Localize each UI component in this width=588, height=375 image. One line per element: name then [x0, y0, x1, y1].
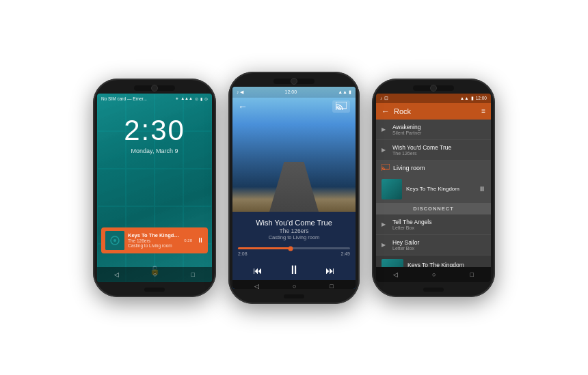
lockscreen-status-bar: No SIM card — Emer... ⎈ ▲▲▲ ⊙ ▮ ⊙ — [97, 94, 212, 102]
playlist-home-nav[interactable]: ○ — [432, 271, 436, 278]
account-icon: ⊙ — [204, 96, 208, 101]
prev-button[interactable]: ⏮ — [253, 265, 263, 276]
notif-song-title: Keys To The Kingdom — [128, 232, 181, 238]
progress-dot — [289, 246, 293, 251]
player-screen: ♪ ◀ 12:00 ▲▲ ▮ ← — [232, 87, 356, 289]
notif-pause-button[interactable]: ⏸ — [197, 236, 204, 244]
playlist-screen: ♪ ⊡ ▲▲ ▮ 12:00 ← Rock ≡ — [376, 94, 491, 282]
player-time: 12:00 — [285, 89, 297, 94]
cast-popup: Living room Keys To The Kingdom ⏸ DISCON… — [376, 161, 491, 214]
playlist-back-button[interactable]: ← — [382, 107, 390, 116]
lockscreen: No SIM card — Emer... ⎈ ▲▲▲ ⊙ ▮ ⊙ 2:30 M… — [97, 94, 212, 282]
player-header: ← — [232, 98, 356, 115]
song-title-3: Tell The Angels — [392, 219, 485, 225]
player-artist: The 126ers — [238, 227, 350, 234]
song-title-2: Wish You'd Come True — [392, 144, 485, 151]
cast-header: Living room — [376, 161, 491, 176]
currently-playing-item[interactable]: Keys To The Kingdom The 126ers Casting t… — [376, 255, 491, 267]
pause-button[interactable]: ⏸ — [288, 263, 300, 277]
cp-title: Keys To The Kingdom — [407, 262, 475, 267]
cast-pause-button[interactable]: ⏸ — [479, 185, 485, 193]
current-time: 2:08 — [238, 251, 248, 256]
list-item[interactable]: ▶ Tell The Angels Letter Box — [376, 214, 491, 235]
next-button[interactable]: ⏭ — [325, 265, 335, 276]
battery-icon3: ▮ — [471, 96, 474, 101]
notif-info: Keys To The Kingdom The 126ers Casting t… — [128, 232, 181, 248]
cast-device-icon — [382, 164, 390, 172]
phone2-top-notch — [273, 79, 315, 84]
status-icons: ⎈ ▲▲▲ ⊙ ▮ ⊙ — [176, 96, 208, 101]
clock3: 12:00 — [476, 96, 487, 100]
bluetooth-icon: ⎈ — [176, 96, 178, 100]
total-time: 2:49 — [340, 251, 350, 256]
date: Monday, March 9 — [97, 148, 212, 154]
player-progress[interactable]: 2:08 2:49 — [232, 245, 356, 259]
list-item[interactable]: ▶ Awakening Silent Partner — [376, 120, 491, 140]
home-icon[interactable]: ○ — [153, 271, 157, 278]
cp-album-art — [382, 259, 403, 267]
phone-lockscreen: No SIM card — Emer... ⎈ ▲▲▲ ⊙ ▮ ⊙ 2:30 M… — [93, 79, 216, 297]
player-back-nav[interactable]: ◁ — [254, 283, 259, 288]
progress-fill — [238, 247, 291, 249]
signal-icon2: ▲▲ — [338, 89, 347, 94]
play-icon-2: ▶ — [382, 147, 388, 153]
playlist-view: ♪ ⊡ ▲▲ ▮ 12:00 ← Rock ≡ — [376, 94, 491, 282]
music-notification[interactable]: Keys To The Kingdom The 126ers Casting t… — [101, 227, 208, 253]
notif-casting: Casting to Living room — [128, 243, 181, 248]
sim-status: No SIM card — Emer... — [101, 96, 147, 101]
cp-song-info: Keys To The Kingdom The 126ers Casting t… — [407, 262, 475, 267]
genre-title: Rock — [394, 107, 477, 115]
back-icon[interactable]: ◁ — [114, 271, 119, 278]
progress-times: 2:08 2:49 — [238, 251, 350, 256]
playlist-menu-icon[interactable]: ≡ — [481, 107, 485, 115]
signal-icon: ▲▲▲ — [181, 96, 193, 100]
lockscreen-screen: No SIM card — Emer... ⎈ ▲▲▲ ⊙ ▮ ⊙ 2:30 M… — [97, 94, 212, 282]
svg-point-2 — [113, 239, 116, 242]
playlist-nav-bar: ◁ ○ □ — [376, 267, 491, 282]
player-hero-image: ♪ ◀ 12:00 ▲▲ ▮ ← — [232, 87, 356, 212]
item-info-3: Tell The Angels Letter Box — [392, 219, 485, 230]
phone2-bottom-bar — [284, 294, 304, 298]
player-info: Wish You'd Come True The 126ers Casting … — [232, 212, 356, 245]
player-back-button[interactable]: ← — [238, 101, 248, 112]
player-recents-nav[interactable]: □ — [330, 283, 333, 288]
progress-bar[interactable] — [238, 247, 350, 249]
notif-artist: The 126ers — [128, 238, 181, 243]
phone3-bottom-bar — [423, 288, 444, 292]
play-icon-4: ▶ — [382, 242, 388, 248]
list-item[interactable]: ▶ Hey Sailor Letter Box — [376, 235, 491, 255]
music-player: ♪ ◀ 12:00 ▲▲ ▮ ← — [232, 87, 356, 289]
nav-bar: ◁ ○ □ — [97, 267, 212, 282]
play-icon-3: ▶ — [382, 221, 388, 227]
song-title-1: Awakening — [392, 124, 485, 130]
wifi-icon: ⊙ — [195, 96, 198, 101]
playlist-recents-nav[interactable]: □ — [470, 271, 474, 278]
player-road — [269, 162, 319, 212]
battery-icon2: ▮ — [349, 89, 351, 95]
phone-top-notch — [134, 85, 175, 91]
status-left-icons: ♪ ⊡ — [380, 96, 388, 101]
music-icon: ♪ — [380, 96, 382, 101]
cast-status-icon: ⊡ — [384, 96, 388, 101]
playlist-header: ← Rock ≡ — [376, 103, 491, 120]
battery-icon: ▮ — [200, 96, 202, 101]
cast-button[interactable] — [332, 100, 350, 113]
list-item[interactable]: ▶ Wish You'd Come True The 126ers — [376, 140, 491, 161]
notif-album-art — [105, 231, 124, 250]
notif-duration: 0:28 — [184, 238, 192, 242]
playlist-back-nav[interactable]: ◁ — [393, 271, 398, 278]
item-info-2: Wish You'd Come True The 126ers — [392, 144, 485, 156]
recents-icon[interactable]: □ — [191, 271, 195, 278]
playlist-items: ▶ Awakening Silent Partner ▶ Wish You'd … — [376, 120, 491, 267]
phone-playlist: ♪ ⊡ ▲▲ ▮ 12:00 ← Rock ≡ — [372, 79, 495, 297]
cast-content: Keys To The Kingdom ⏸ — [376, 176, 491, 203]
player-home-nav[interactable]: ○ — [293, 283, 296, 288]
cast-song-info: Keys To The Kingdom — [406, 186, 475, 192]
cast-room-label: Living room — [393, 165, 425, 171]
song-artist-3: Letter Box — [392, 225, 485, 230]
disconnect-button[interactable]: DISCONNECT — [376, 203, 491, 214]
clock: 2:30 — [97, 116, 212, 145]
play-icon-1: ▶ — [382, 126, 388, 133]
player-casting: Casting to Living room — [238, 234, 350, 240]
music-note-icon: ♪ ◀ — [237, 89, 243, 95]
